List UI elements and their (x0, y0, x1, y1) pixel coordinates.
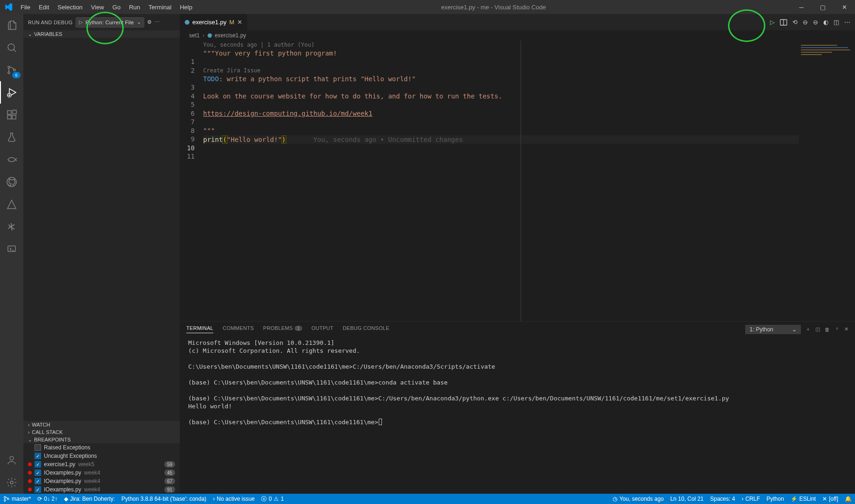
remote-icon[interactable] (0, 238, 23, 260)
menu-go[interactable]: Go (108, 2, 125, 13)
maximize-icon[interactable]: ▢ (812, 0, 834, 14)
maximize-panel-icon[interactable]: ＾ (834, 326, 840, 333)
status-problems[interactable]: ⓧ 0 ⚠ 1 (258, 495, 287, 503)
svg-point-14 (4, 497, 6, 498)
breakpoint-row[interactable]: ✓exercise1.pyweek559 (23, 460, 180, 469)
debug-config-dropdown[interactable]: ▷ Python: Current File ⌄ (76, 17, 144, 28)
testing-icon[interactable] (0, 126, 23, 148)
svg-point-15 (4, 500, 6, 502)
status-branch[interactable]: master* (0, 496, 34, 502)
code-content[interactable]: You, seconds ago | 1 author (You) """You… (203, 41, 799, 321)
menu-selection[interactable]: Selection (53, 2, 86, 13)
status-issue[interactable]: › No active issue (210, 496, 258, 502)
status-bell-icon[interactable]: 🔔 (841, 496, 855, 502)
github-icon[interactable] (0, 171, 23, 193)
settings-gear-icon[interactable] (0, 471, 23, 494)
gitlens-icon[interactable] (0, 148, 23, 171)
status-spaces[interactable]: Spaces: 4 (707, 496, 738, 502)
menu-edit[interactable]: Edit (35, 2, 53, 13)
checkbox-checked-icon[interactable]: ✓ (35, 486, 41, 493)
breakpoints-section[interactable]: ⌄BREAKPOINTS (23, 436, 180, 443)
status-eslint[interactable]: ⚡ ESLint (787, 496, 819, 502)
source-control-icon[interactable] (0, 59, 23, 81)
status-lang[interactable]: Python (763, 496, 787, 502)
menu-view[interactable]: View (87, 2, 108, 13)
breadcrumb[interactable]: set1› ⬣ exercise1.py (180, 30, 855, 41)
diff-icon[interactable]: ◐ (823, 19, 828, 26)
account-icon[interactable] (0, 449, 23, 471)
checkbox-icon[interactable] (35, 444, 41, 451)
run-file-icon[interactable]: ▷ (770, 19, 775, 26)
panel-tab-output[interactable]: OUTPUT (311, 325, 333, 333)
panel-tab-terminal[interactable]: TERMINAL (186, 325, 213, 333)
close-tab-icon[interactable]: ✕ (237, 19, 242, 26)
breakpoint-dot-icon (28, 471, 32, 475)
new-terminal-icon[interactable]: ＋ (806, 326, 811, 333)
status-eol[interactable]: › CRLF (738, 496, 763, 502)
titlebar: File Edit Selection View Go Run Terminal… (0, 0, 855, 14)
sidebar-title: RUN AND DEBUG (28, 20, 76, 25)
callstack-section[interactable]: ›CALL STACK (23, 428, 180, 436)
svg-point-0 (8, 44, 14, 50)
status-prettier[interactable]: ✕ [off] (819, 496, 841, 502)
status-cursor[interactable]: Ln 10, Col 21 (667, 496, 707, 502)
status-python[interactable]: Python 3.8.8 64-bit ('base': conda) (118, 496, 210, 502)
breakpoint-row[interactable]: ✓IOexamples.pyweek445 (23, 469, 180, 477)
svg-point-12 (10, 481, 13, 484)
git-next-icon[interactable]: ⊖ (803, 19, 808, 26)
git-compare-icon[interactable]: ⟲ (792, 19, 798, 26)
menu-file[interactable]: File (16, 2, 35, 13)
kill-terminal-icon[interactable]: 🗑 (825, 327, 830, 332)
sourcegraph-icon[interactable] (0, 216, 23, 238)
cursor-icon (379, 419, 382, 425)
watch-section[interactable]: ›WATCH (23, 421, 180, 428)
more-icon[interactable]: ⋯ (155, 19, 160, 25)
checkbox-checked-icon[interactable]: ✓ (35, 478, 41, 484)
split-terminal-icon[interactable]: ◫ (815, 326, 820, 332)
variables-section[interactable]: ⌄VARIABLES (23, 30, 180, 38)
checkbox-checked-icon[interactable]: ✓ (35, 453, 41, 459)
terminal-selector[interactable]: 1: Python⌄ (745, 325, 801, 334)
tab-filename: exercise1.py (192, 19, 226, 26)
checkbox-checked-icon[interactable]: ✓ (35, 461, 41, 468)
explorer-icon[interactable] (0, 14, 23, 36)
extensions-icon[interactable] (0, 104, 23, 126)
git-prev-icon[interactable]: ⊖ (813, 19, 818, 26)
bp-option-raised[interactable]: Raised Exceptions (23, 443, 180, 452)
line-gutter: 12 34567891011 (180, 41, 203, 321)
svg-rect-7 (12, 115, 16, 119)
panel-tab-comments[interactable]: COMMENTS (223, 325, 254, 333)
status-blame[interactable]: ◷ You, seconds ago (609, 496, 667, 502)
run-debug-icon[interactable] (0, 81, 23, 104)
menu-run[interactable]: Run (125, 2, 144, 13)
search-icon[interactable] (0, 36, 23, 59)
close-icon[interactable]: ✕ (834, 0, 855, 14)
atlas-icon[interactable] (0, 193, 23, 216)
gear-icon[interactable]: ⚙ (147, 19, 152, 25)
panel-tab-debugconsole[interactable]: DEBUG CONSOLE (343, 325, 389, 333)
tab-exercise1[interactable]: ⬣ exercise1.py M ✕ (180, 14, 247, 30)
close-panel-icon[interactable]: ✕ (844, 326, 848, 332)
breakpoint-row[interactable]: ✓IOexamples.pyweek491 (23, 485, 180, 494)
split-editor-icon[interactable]: ◫ (834, 19, 839, 26)
window-title: exercise1.py - me - Visual Studio Code (197, 4, 791, 11)
svg-rect-6 (7, 115, 11, 119)
more-actions-icon[interactable]: ⋯ (844, 19, 850, 26)
breakpoint-row[interactable]: ✓IOexamples.pyweek467 (23, 477, 180, 485)
minimap[interactable] (799, 41, 855, 321)
checkbox-checked-icon[interactable]: ✓ (35, 469, 41, 476)
panel-tab-problems[interactable]: PROBLEMS1 (263, 325, 302, 333)
menu-help[interactable]: Help (176, 2, 197, 13)
bp-option-uncaught[interactable]: ✓Uncaught Exceptions (23, 452, 180, 460)
editor-body[interactable]: 12 34567891011 You, seconds ago | 1 auth… (180, 41, 855, 321)
status-jira[interactable]: ◆ Jira: Ben Doherty: (61, 496, 118, 502)
run-debug-split-icon[interactable] (780, 19, 787, 26)
status-sync[interactable]: ⟳ 0↓ 2↑ (34, 496, 61, 502)
svg-point-11 (10, 456, 14, 460)
jira-codelens[interactable]: Create Jira Issue (203, 66, 799, 75)
gitlens-blame: You, seconds ago | 1 author (You) (203, 41, 799, 49)
minimize-icon[interactable]: ─ (791, 0, 812, 14)
terminal-output[interactable]: Microsoft Windows [Version 10.0.21390.1]… (180, 337, 855, 494)
svg-rect-10 (8, 246, 15, 252)
menu-terminal[interactable]: Terminal (144, 2, 176, 13)
